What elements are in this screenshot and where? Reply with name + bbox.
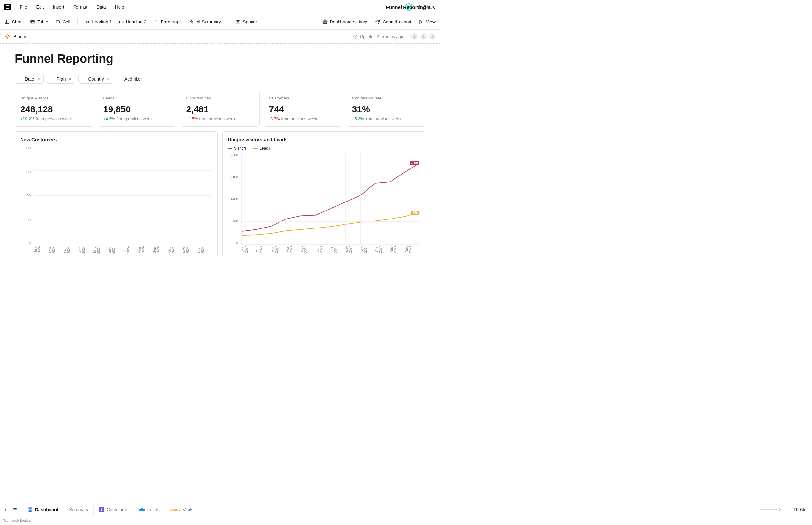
- insert-chart-button[interactable]: Chart: [4, 19, 23, 25]
- send-export-button[interactable]: Send & export: [376, 19, 411, 25]
- remove-icon[interactable]: ✕: [107, 77, 110, 81]
- chart-title: Unique visitors and Leads: [228, 137, 420, 142]
- presence-avatar-3[interactable]: [429, 33, 436, 40]
- gear-icon: [322, 19, 328, 25]
- filter-chip-plan[interactable]: Plan ✕: [47, 74, 75, 84]
- h2-label: Heading 2: [126, 19, 146, 25]
- updated-text: Updated 2 minutes ago: [360, 34, 403, 39]
- view-button[interactable]: View: [419, 19, 436, 25]
- kpi-card[interactable]: Unique Visitors 248,128 +10.2% from prev…: [15, 91, 93, 127]
- filter-chip-country[interactable]: Country ✕: [78, 74, 113, 84]
- kpi-value: 2,481: [186, 104, 254, 115]
- svg-point-4: [7, 35, 8, 37]
- heading1-button[interactable]: H1 Heading 1: [85, 19, 112, 25]
- kpi-label: Opportunities: [186, 96, 254, 101]
- series-end-label: 250k: [409, 161, 419, 165]
- chart-visitors-leads[interactable]: Unique visitors and Leads VisitorsLeads …: [222, 131, 425, 257]
- legend-item[interactable]: Visitors: [228, 146, 247, 150]
- filter-label: Date: [25, 76, 34, 81]
- legend-item[interactable]: Leads: [253, 146, 270, 150]
- spacer-icon: [235, 19, 241, 25]
- page-title: Funnel Reporting: [15, 52, 425, 66]
- kpi-card[interactable]: Conversion rate 31% +5.2% from previous …: [347, 91, 425, 127]
- filter-row: Date ✕ Plan ✕ Country ✕ + Add filter: [15, 74, 425, 84]
- kpi-card[interactable]: Opportunities 2,481 −1.5% from previous …: [180, 91, 259, 127]
- svg-point-3: [324, 21, 326, 22]
- bloom-icon: [4, 34, 10, 40]
- ai-summary-button[interactable]: AI Summary: [189, 19, 221, 25]
- kpi-delta: +5.2% from previous week: [352, 117, 420, 121]
- filter-icon: [82, 77, 86, 81]
- main-content: Funnel Reporting Date ✕ Plan ✕ Country ✕…: [0, 44, 440, 266]
- workspace-name[interactable]: Bloom: [14, 34, 26, 39]
- filter-icon: [18, 77, 22, 81]
- kpi-label: Unique Visitors: [20, 96, 88, 101]
- heading2-button[interactable]: H2 Heading 2: [119, 19, 146, 25]
- dashboard-settings-button[interactable]: Dashboard settings: [322, 19, 369, 25]
- spacer-label: Spacer: [243, 19, 257, 25]
- chart-new-customers[interactable]: New Customers 8006004002000 Jan 2024Feb …: [15, 131, 218, 257]
- presence-avatar-1[interactable]: [411, 33, 418, 40]
- filter-label: Plan: [57, 76, 66, 81]
- kpi-label: Conversion rate: [352, 96, 420, 101]
- presence-avatar-2[interactable]: [420, 33, 426, 40]
- insert-cell-button[interactable]: Cell: [55, 19, 70, 25]
- chart-icon: [4, 19, 10, 25]
- h1-icon: H1: [85, 20, 89, 24]
- send-export-label: Send & export: [383, 19, 411, 25]
- menu-insert[interactable]: Insert: [53, 4, 64, 10]
- svg-point-6: [414, 35, 415, 36]
- kpi-delta: +4.5% from previous week: [103, 117, 171, 121]
- chart-row: New Customers 8006004002000 Jan 2024Feb …: [15, 131, 425, 257]
- kpi-value: 744: [269, 104, 337, 115]
- clock-icon: [353, 34, 358, 39]
- kpi-value: 248,128: [20, 104, 88, 115]
- kpi-value: 19,850: [103, 104, 171, 115]
- kpi-card[interactable]: Customers 744 -3.7% from previous week: [264, 91, 343, 127]
- app-logo[interactable]: [4, 4, 11, 10]
- menu-data[interactable]: Data: [96, 4, 106, 10]
- text-icon: [154, 19, 159, 25]
- kpi-delta: −1.5% from previous week: [186, 117, 254, 121]
- table-icon: [30, 19, 35, 25]
- svg-point-7: [423, 35, 424, 36]
- separator: [228, 18, 228, 25]
- kpi-card[interactable]: Leads 19,850 +4.5% from previous week: [98, 91, 176, 127]
- paragraph-label: Paragraph: [161, 19, 182, 25]
- ai-label: AI Summary: [196, 19, 221, 25]
- document-title: Funnel Reporting: [386, 4, 426, 10]
- cell-icon: [55, 19, 60, 25]
- table-label: Table: [37, 19, 48, 25]
- menu-format[interactable]: Format: [73, 4, 87, 10]
- kpi-delta: -3.7% from previous week: [269, 117, 337, 121]
- menu-items: File Edit Insert Format Data Help: [20, 4, 124, 10]
- kpi-label: Customers: [269, 96, 337, 101]
- filter-chip-date[interactable]: Date ✕: [15, 74, 44, 84]
- remove-icon[interactable]: ✕: [37, 77, 40, 81]
- menu-help[interactable]: Help: [115, 4, 124, 10]
- filter-icon: [50, 77, 54, 81]
- sparkle-icon: [189, 19, 194, 25]
- paragraph-button[interactable]: Paragraph: [154, 19, 182, 25]
- kpi-delta: +10.2% from previous week: [20, 117, 88, 121]
- add-filter-button[interactable]: + Add filter: [117, 74, 145, 84]
- kpi-label: Leads: [103, 96, 171, 101]
- legend: VisitorsLeads: [228, 146, 420, 150]
- h1-label: Heading 1: [91, 19, 112, 25]
- menu-edit[interactable]: Edit: [36, 4, 44, 10]
- cell-label: Cell: [63, 19, 70, 25]
- series-end-label: 99k: [411, 211, 419, 215]
- insert-table-button[interactable]: Table: [30, 19, 48, 25]
- svg-rect-2: [56, 20, 59, 23]
- filter-label: Country: [88, 76, 104, 81]
- menu-file[interactable]: File: [20, 4, 27, 10]
- plus-icon: +: [120, 76, 122, 81]
- kpi-value: 31%: [352, 104, 420, 115]
- add-filter-label: Add filter: [124, 76, 142, 81]
- spacer-button[interactable]: Spacer: [235, 19, 257, 25]
- view-label: View: [426, 19, 436, 25]
- remove-icon[interactable]: ✕: [69, 77, 72, 81]
- play-icon: [419, 19, 424, 25]
- chart-title: New Customers: [20, 137, 212, 142]
- menubar: File Edit Insert Format Data Help Funnel…: [0, 0, 440, 14]
